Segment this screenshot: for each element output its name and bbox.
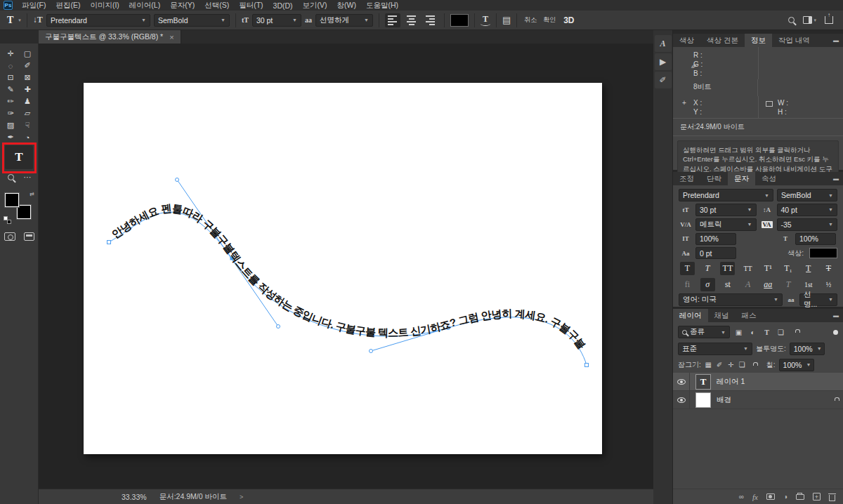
menu-help[interactable]: 도움말(H): [361, 1, 403, 11]
panel-menu-icon[interactable]: ▬: [833, 175, 839, 182]
brush-settings-panel-icon[interactable]: ✐: [655, 72, 672, 88]
all-caps-button[interactable]: TT: [720, 262, 735, 275]
delete-layer-icon[interactable]: [829, 495, 835, 501]
menu-3d[interactable]: 3D(D): [268, 1, 298, 10]
toggle-panels-icon[interactable]: ▤: [502, 15, 511, 25]
menu-edit[interactable]: 편집(E): [51, 1, 85, 11]
layer-effects-icon[interactable]: fx: [752, 493, 758, 501]
faux-italic-button[interactable]: T: [700, 262, 715, 275]
workspace-icon[interactable]: [803, 16, 812, 24]
faux-bold-button[interactable]: T: [680, 262, 695, 275]
tab-history[interactable]: 작업 내역: [772, 34, 816, 47]
lasso-tool[interactable]: ◌: [5, 60, 16, 71]
menu-view[interactable]: 보기(V): [298, 1, 332, 11]
clone-stamp-tool[interactable]: ♟: [22, 96, 33, 107]
timeline-panel-icon[interactable]: ▶: [655, 53, 672, 70]
history-brush-tool[interactable]: ✑: [5, 108, 16, 119]
tab-color[interactable]: 색상: [673, 34, 700, 47]
lock-artboard-icon[interactable]: ❏: [738, 361, 746, 369]
commit-edit-button[interactable]: 확인: [542, 15, 557, 25]
bit-depth[interactable]: 8비트: [673, 79, 758, 96]
path-text[interactable]: 안녕하세요 펜툴따라 구불구불텍스트를 작성하는 중입니다. 구불구불 텍스트 …: [110, 202, 589, 351]
dodge-tool[interactable]: ◔: [22, 132, 33, 142]
new-layer-icon[interactable]: +: [813, 493, 821, 500]
visibility-toggle[interactable]: [673, 373, 690, 390]
path-handle-point[interactable]: [277, 325, 280, 329]
swash-button[interactable]: A: [740, 278, 755, 291]
text-layer-thumbnail[interactable]: T: [695, 374, 711, 390]
brush-tool[interactable]: ✏: [5, 96, 16, 107]
type-path[interactable]: [109, 212, 587, 365]
background-color-swatch[interactable]: [17, 205, 31, 219]
contextual-alternates-button[interactable]: σ: [700, 278, 715, 291]
layer-filter-kind-select[interactable]: 종류 ▼: [678, 326, 730, 338]
pen-tool[interactable]: ✒: [5, 132, 16, 142]
char-color-swatch[interactable]: [809, 248, 837, 258]
lock-pixels-icon[interactable]: ✐: [716, 361, 724, 369]
char-vertical-scale-field[interactable]: 100%: [695, 233, 736, 245]
menu-filter[interactable]: 필터(T): [234, 1, 268, 11]
text-color-swatch[interactable]: [450, 14, 469, 27]
path-anchor-start[interactable]: [107, 241, 111, 244]
char-tracking-select[interactable]: -35 ▼: [777, 218, 838, 231]
char-font-family-select[interactable]: Pretendard ▼: [679, 189, 773, 201]
superscript-button[interactable]: T¹: [761, 262, 776, 275]
cancel-edit-button[interactable]: 취소: [523, 15, 538, 25]
text-orientation-icon[interactable]: ↓T: [33, 15, 43, 25]
document-tab[interactable]: 구불구불텍스트 @ 33.3% (RGB/8) * ×: [39, 30, 181, 44]
panel-menu-icon[interactable]: ▬: [833, 312, 839, 319]
tab-paragraph[interactable]: 단락: [700, 172, 728, 185]
menu-type[interactable]: 문자(Y): [165, 1, 200, 11]
subscript-button[interactable]: T₁: [781, 262, 796, 275]
filter-shape-layers-icon[interactable]: ❏: [776, 329, 786, 336]
tab-properties[interactable]: 속성: [755, 172, 783, 185]
default-colors-icon[interactable]: [4, 216, 10, 223]
discretionary-ligatures-button[interactable]: st: [720, 278, 735, 291]
tab-character[interactable]: 문자: [728, 172, 755, 185]
path-anchor-end[interactable]: [585, 364, 589, 367]
char-kerning-select[interactable]: 메트릭 ▼: [695, 218, 757, 231]
font-family-select[interactable]: Pretendard ▼: [46, 14, 150, 27]
menu-image[interactable]: 이미지(I): [85, 1, 124, 11]
small-caps-button[interactable]: TT: [740, 262, 755, 275]
char-horizontal-scale-field[interactable]: 100%: [795, 233, 836, 245]
fill-select[interactable]: 100% ▼: [779, 359, 814, 371]
layer-name[interactable]: 레이어 1: [717, 377, 745, 387]
font-style-select[interactable]: SemBold ▼: [154, 14, 230, 27]
eraser-tool[interactable]: ▱: [22, 108, 33, 119]
3d-button[interactable]: 3D: [561, 15, 574, 25]
filter-adjustment-layers-icon[interactable]: ◐: [747, 329, 758, 336]
char-anti-alias-select[interactable]: 선명... ▼: [799, 293, 837, 306]
menu-file[interactable]: 파일(F): [17, 1, 51, 11]
close-icon[interactable]: ×: [169, 33, 174, 41]
tab-swatches[interactable]: 색상 견본: [700, 34, 745, 47]
blend-mode-select[interactable]: 표준 ▼: [678, 343, 752, 355]
titling-alternates-button[interactable]: T: [781, 278, 796, 291]
anti-alias-select[interactable]: 선명하게 ▼: [315, 14, 373, 27]
path-handle-point[interactable]: [370, 350, 373, 353]
gradient-tool[interactable]: ▨: [5, 120, 16, 131]
layer-name[interactable]: 배경: [717, 395, 731, 405]
link-layers-icon[interactable]: ∞: [739, 493, 744, 500]
quick-selection-tool[interactable]: ✐: [22, 60, 33, 71]
move-tool[interactable]: ✛: [5, 48, 16, 59]
search-icon[interactable]: [788, 17, 795, 23]
filter-pixel-layers-icon[interactable]: ▣: [733, 329, 744, 336]
layer-row-background[interactable]: 배경: [673, 391, 843, 409]
status-chevron-icon[interactable]: >: [240, 493, 243, 500]
lock-position-icon[interactable]: ✛: [727, 361, 735, 369]
glyphs-panel-icon[interactable]: A: [655, 35, 672, 52]
menu-layer[interactable]: 레이어(L): [124, 1, 165, 11]
panel-menu-icon[interactable]: ▬: [833, 37, 839, 44]
opacity-select[interactable]: 100% ▼: [790, 343, 825, 355]
strikethrough-button[interactable]: T: [821, 262, 836, 275]
crop-tool[interactable]: ⊡: [5, 72, 16, 83]
char-size-select[interactable]: 30 pt ▼: [695, 204, 757, 216]
zoom-level[interactable]: 33.33%: [122, 493, 147, 501]
char-leading-select[interactable]: 40 pt ▼: [777, 204, 838, 216]
rectangular-marquee-tool[interactable]: ▢: [22, 48, 33, 59]
warp-text-icon[interactable]: T: [481, 14, 490, 27]
layer-row-text[interactable]: T 레이어 1: [673, 373, 843, 391]
underline-button[interactable]: T: [801, 262, 816, 275]
align-center-button[interactable]: [404, 13, 419, 27]
